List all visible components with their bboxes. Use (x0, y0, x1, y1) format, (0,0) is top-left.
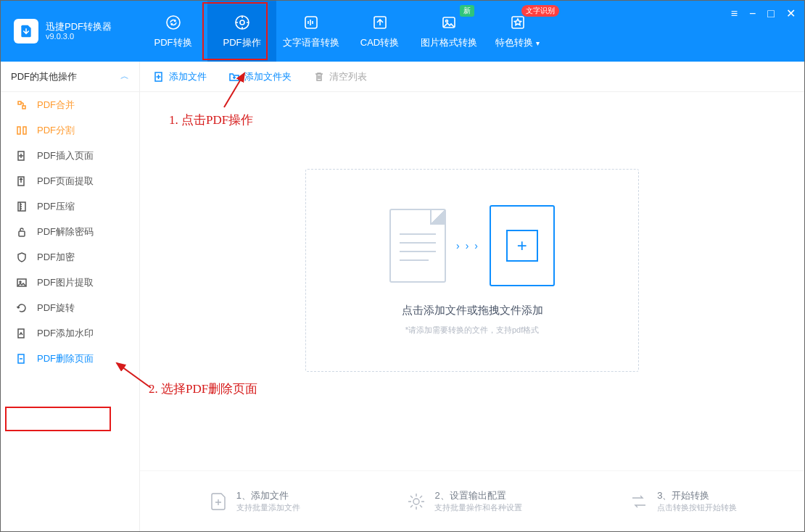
compress-icon (15, 200, 28, 213)
sidebar-item-insert-page[interactable]: PDF插入页面 (1, 143, 139, 168)
step-1: 1、添加文件支持批量添加文件 (207, 489, 300, 513)
sidebar-item-compress[interactable]: PDF压缩 (1, 194, 139, 219)
nav-pdf-operate[interactable]: PDF操作 (207, 1, 276, 62)
watermark-icon (15, 327, 28, 340)
trash-icon (313, 71, 325, 83)
step-3: 3、开始转换点击转换按钮开始转换 (628, 489, 737, 513)
sidebar-item-merge[interactable]: PDF合并 (1, 92, 139, 117)
badge-ocr: 文字识别 (521, 5, 559, 17)
nav-special[interactable]: 文字识别 特色转换▾ (483, 1, 552, 62)
step-add-icon (207, 491, 229, 512)
add-file-icon (153, 71, 165, 83)
unlock-icon (15, 225, 28, 238)
svg-rect-8 (17, 127, 20, 134)
rotate-icon (15, 302, 28, 315)
step-convert-icon (628, 491, 650, 512)
chevron-down-icon: ▾ (536, 39, 540, 47)
arrows-icon: › › › (456, 240, 479, 252)
sidebar-header[interactable]: PDF的其他操作 ︿ (1, 62, 139, 92)
nav-cad[interactable]: CAD转换 (345, 1, 414, 62)
sidebar-item-encrypt[interactable]: PDF加密 (1, 244, 139, 270)
minimize-button[interactable]: − (749, 8, 756, 20)
merge-icon (15, 99, 28, 112)
app-logo-block: 迅捷PDF转换器 v9.0.3.0 (1, 19, 139, 43)
dropzone-illustration: › › › + (389, 205, 555, 286)
clear-list-button[interactable]: 清空列表 (313, 70, 367, 83)
add-folder-button[interactable]: 添加文件夹 (228, 70, 292, 83)
app-version: v9.0.3.0 (46, 32, 112, 41)
chevron-up-icon: ︿ (120, 70, 129, 83)
app-logo-icon (14, 19, 38, 43)
app-name: 迅捷PDF转换器 (46, 21, 112, 33)
target-icon: + (490, 205, 555, 286)
svg-point-19 (413, 499, 419, 504)
sidebar-item-delete-page[interactable]: PDF删除页面 (1, 346, 139, 371)
sidebar-item-rotate[interactable]: PDF旋转 (1, 295, 139, 320)
svg-point-15 (20, 281, 21, 283)
cad-icon (371, 13, 389, 32)
convert-icon (164, 13, 183, 32)
dropzone-title: 点击添加文件或拖拽文件添加 (402, 304, 543, 317)
img-extract-icon (15, 276, 28, 289)
lock-icon (15, 251, 28, 264)
nav-pdf-convert[interactable]: PDF转换 (139, 1, 207, 62)
step-config-icon (405, 491, 427, 512)
operate-icon (233, 13, 252, 32)
badge-new: 新 (460, 5, 474, 17)
add-file-button[interactable]: 添加文件 (153, 70, 207, 83)
step-2: 2、设置输出配置支持批量操作和各种设置 (405, 489, 522, 513)
delete-page-icon (15, 352, 28, 365)
sidebar-item-split[interactable]: PDF分割 (1, 117, 139, 143)
split-icon (15, 124, 28, 137)
dropzone-sub: *请添加需要转换的文件，支持pdf格式 (405, 325, 540, 336)
add-folder-icon (228, 71, 240, 83)
close-button[interactable]: ✕ (786, 8, 796, 20)
nav-tts[interactable]: 文字语音转换 (276, 1, 345, 62)
doc-icon (389, 209, 446, 283)
menu-icon[interactable]: ≡ (731, 8, 738, 20)
sidebar-item-unlock[interactable]: PDF解除密码 (1, 219, 139, 244)
sidebar-item-img-extract[interactable]: PDF图片提取 (1, 270, 139, 295)
svg-point-6 (445, 20, 447, 22)
maximize-button[interactable]: □ (767, 8, 775, 20)
svg-rect-13 (19, 231, 25, 236)
insert-icon (15, 149, 28, 162)
sidebar-item-watermark[interactable]: PDF添加水印 (1, 320, 139, 346)
image-icon (439, 13, 458, 32)
dropzone[interactable]: › › › + 点击添加文件或拖拽文件添加 *请添加需要转换的文件，支持pdf格… (305, 169, 639, 372)
svg-point-2 (240, 20, 244, 25)
svg-rect-3 (305, 17, 317, 28)
svg-rect-9 (23, 127, 26, 134)
nav-image[interactable]: 新 图片格式转换 (414, 1, 483, 62)
audio-icon (302, 13, 321, 32)
sidebar-item-extract-page[interactable]: PDF页面提取 (1, 168, 139, 194)
extract-icon (15, 175, 28, 188)
svg-point-0 (167, 16, 180, 29)
